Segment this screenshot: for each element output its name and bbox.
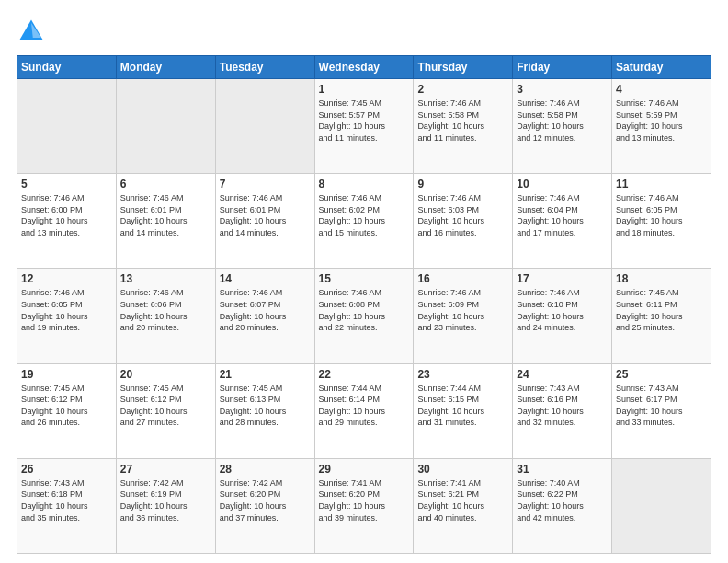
day-number: 29 — [319, 463, 410, 476]
day-info: Sunrise: 7:46 AM Sunset: 6:07 PM Dayligh… — [220, 287, 311, 333]
day-number: 22 — [319, 368, 410, 381]
calendar-cell — [17, 79, 117, 174]
weekday-header: Tuesday — [215, 56, 314, 79]
calendar-cell: 27Sunrise: 7:42 AM Sunset: 6:19 PM Dayli… — [116, 458, 215, 553]
calendar-cell: 26Sunrise: 7:43 AM Sunset: 6:18 PM Dayli… — [17, 458, 117, 553]
day-info: Sunrise: 7:45 AM Sunset: 6:12 PM Dayligh… — [120, 383, 211, 429]
calendar-cell: 7Sunrise: 7:46 AM Sunset: 6:01 PM Daylig… — [215, 174, 314, 269]
day-info: Sunrise: 7:42 AM Sunset: 6:20 PM Dayligh… — [220, 477, 311, 523]
day-number: 27 — [120, 463, 211, 476]
day-number: 6 — [120, 178, 211, 190]
calendar-cell: 22Sunrise: 7:44 AM Sunset: 6:14 PM Dayli… — [314, 363, 414, 458]
day-info: Sunrise: 7:46 AM Sunset: 6:09 PM Dayligh… — [417, 287, 508, 333]
day-number: 3 — [517, 83, 608, 96]
calendar-cell: 29Sunrise: 7:41 AM Sunset: 6:20 PM Dayli… — [314, 458, 414, 553]
calendar-cell: 20Sunrise: 7:45 AM Sunset: 6:12 PM Dayli… — [116, 363, 215, 458]
calendar-cell: 14Sunrise: 7:46 AM Sunset: 6:07 PM Dayli… — [215, 269, 314, 363]
day-number: 14 — [220, 272, 311, 285]
day-number: 19 — [21, 368, 112, 381]
calendar-cell: 9Sunrise: 7:46 AM Sunset: 6:03 PM Daylig… — [414, 174, 513, 269]
day-number: 31 — [517, 463, 608, 476]
day-number: 30 — [417, 463, 508, 476]
day-info: Sunrise: 7:46 AM Sunset: 5:58 PM Dayligh… — [517, 98, 608, 144]
calendar-cell: 19Sunrise: 7:45 AM Sunset: 6:12 PM Dayli… — [17, 363, 117, 458]
weekday-header: Saturday — [612, 56, 711, 79]
day-number: 5 — [21, 178, 112, 190]
calendar-cell: 11Sunrise: 7:46 AM Sunset: 6:05 PM Dayli… — [612, 174, 711, 269]
calendar-cell: 12Sunrise: 7:46 AM Sunset: 6:05 PM Dayli… — [17, 269, 117, 363]
day-info: Sunrise: 7:40 AM Sunset: 6:22 PM Dayligh… — [517, 477, 608, 523]
day-info: Sunrise: 7:45 AM Sunset: 6:13 PM Dayligh… — [220, 383, 311, 429]
calendar-cell: 13Sunrise: 7:46 AM Sunset: 6:06 PM Dayli… — [116, 269, 215, 363]
day-info: Sunrise: 7:42 AM Sunset: 6:19 PM Dayligh… — [120, 477, 211, 523]
day-info: Sunrise: 7:44 AM Sunset: 6:14 PM Dayligh… — [319, 383, 410, 429]
calendar-cell: 24Sunrise: 7:43 AM Sunset: 6:16 PM Dayli… — [513, 363, 612, 458]
day-number: 4 — [616, 83, 707, 96]
day-number: 25 — [616, 368, 707, 381]
day-info: Sunrise: 7:46 AM Sunset: 6:04 PM Dayligh… — [517, 192, 608, 238]
day-info: Sunrise: 7:46 AM Sunset: 6:01 PM Dayligh… — [220, 192, 311, 238]
day-number: 8 — [319, 178, 410, 190]
weekday-header: Monday — [116, 56, 215, 79]
calendar-cell: 17Sunrise: 7:46 AM Sunset: 6:10 PM Dayli… — [513, 269, 612, 363]
day-number: 2 — [417, 83, 508, 96]
day-info: Sunrise: 7:45 AM Sunset: 6:12 PM Dayligh… — [21, 383, 112, 429]
weekday-header: Sunday — [17, 56, 117, 79]
day-number: 15 — [319, 272, 410, 285]
day-number: 26 — [21, 463, 112, 476]
calendar-cell: 23Sunrise: 7:44 AM Sunset: 6:15 PM Dayli… — [414, 363, 513, 458]
day-number: 28 — [220, 463, 311, 476]
calendar-cell: 15Sunrise: 7:46 AM Sunset: 6:08 PM Dayli… — [314, 269, 414, 363]
calendar-cell: 16Sunrise: 7:46 AM Sunset: 6:09 PM Dayli… — [414, 269, 513, 363]
day-number: 9 — [417, 178, 508, 190]
day-info: Sunrise: 7:45 AM Sunset: 6:11 PM Dayligh… — [616, 287, 707, 333]
calendar-cell: 8Sunrise: 7:46 AM Sunset: 6:02 PM Daylig… — [314, 174, 414, 269]
logo-icon — [17, 17, 46, 46]
calendar-table: SundayMondayTuesdayWednesdayThursdayFrid… — [17, 55, 711, 554]
day-info: Sunrise: 7:43 AM Sunset: 6:17 PM Dayligh… — [616, 383, 707, 429]
day-number: 20 — [120, 368, 211, 381]
page: SundayMondayTuesdayWednesdayThursdayFrid… — [0, 0, 728, 563]
calendar-cell: 21Sunrise: 7:45 AM Sunset: 6:13 PM Dayli… — [215, 363, 314, 458]
day-info: Sunrise: 7:46 AM Sunset: 6:06 PM Dayligh… — [120, 287, 211, 333]
day-number: 1 — [319, 83, 410, 96]
logo — [17, 17, 50, 46]
calendar-cell: 10Sunrise: 7:46 AM Sunset: 6:04 PM Dayli… — [513, 174, 612, 269]
calendar-cell: 4Sunrise: 7:46 AM Sunset: 5:59 PM Daylig… — [612, 79, 711, 174]
day-info: Sunrise: 7:44 AM Sunset: 6:15 PM Dayligh… — [417, 383, 508, 429]
day-info: Sunrise: 7:41 AM Sunset: 6:21 PM Dayligh… — [417, 477, 508, 523]
day-info: Sunrise: 7:41 AM Sunset: 6:20 PM Dayligh… — [319, 477, 410, 523]
day-info: Sunrise: 7:45 AM Sunset: 5:57 PM Dayligh… — [319, 98, 410, 144]
calendar-cell — [612, 458, 711, 553]
calendar-cell: 5Sunrise: 7:46 AM Sunset: 6:00 PM Daylig… — [17, 174, 117, 269]
day-number: 24 — [517, 368, 608, 381]
day-number: 23 — [417, 368, 508, 381]
day-info: Sunrise: 7:46 AM Sunset: 6:08 PM Dayligh… — [319, 287, 410, 333]
day-info: Sunrise: 7:43 AM Sunset: 6:18 PM Dayligh… — [21, 477, 112, 523]
calendar-cell — [116, 79, 215, 174]
calendar-cell: 30Sunrise: 7:41 AM Sunset: 6:21 PM Dayli… — [414, 458, 513, 553]
weekday-header: Thursday — [414, 56, 513, 79]
day-info: Sunrise: 7:46 AM Sunset: 5:59 PM Dayligh… — [616, 98, 707, 144]
svg-marker-1 — [31, 23, 41, 38]
day-info: Sunrise: 7:46 AM Sunset: 6:05 PM Dayligh… — [616, 192, 707, 238]
day-number: 7 — [220, 178, 311, 190]
calendar-cell: 6Sunrise: 7:46 AM Sunset: 6:01 PM Daylig… — [116, 174, 215, 269]
day-number: 10 — [517, 178, 608, 190]
day-info: Sunrise: 7:46 AM Sunset: 5:58 PM Dayligh… — [417, 98, 508, 144]
day-number: 11 — [616, 178, 707, 190]
day-number: 16 — [417, 272, 508, 285]
calendar-cell — [215, 79, 314, 174]
calendar-cell: 3Sunrise: 7:46 AM Sunset: 5:58 PM Daylig… — [513, 79, 612, 174]
day-number: 18 — [616, 272, 707, 285]
day-number: 21 — [220, 368, 311, 381]
calendar-cell: 18Sunrise: 7:45 AM Sunset: 6:11 PM Dayli… — [612, 269, 711, 363]
header — [17, 17, 711, 46]
day-info: Sunrise: 7:46 AM Sunset: 6:01 PM Dayligh… — [120, 192, 211, 238]
day-number: 13 — [120, 272, 211, 285]
calendar-cell: 1Sunrise: 7:45 AM Sunset: 5:57 PM Daylig… — [314, 79, 414, 174]
calendar-cell: 28Sunrise: 7:42 AM Sunset: 6:20 PM Dayli… — [215, 458, 314, 553]
day-number: 12 — [21, 272, 112, 285]
day-number: 17 — [517, 272, 608, 285]
day-info: Sunrise: 7:46 AM Sunset: 6:10 PM Dayligh… — [517, 287, 608, 333]
